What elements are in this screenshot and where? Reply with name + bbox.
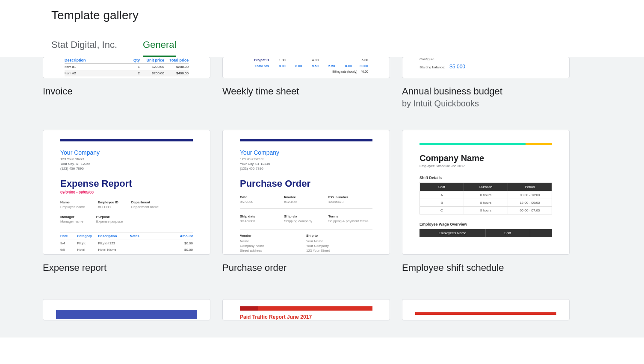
emp-company: Company Name: [419, 153, 552, 163]
ts-r1-v2: 4.00: [302, 58, 319, 62]
emp-tr2-1: 8 hours: [464, 207, 508, 214]
po-shipto-0: Your Name: [306, 239, 372, 244]
exp-tr1-2: Hotel Name: [98, 248, 130, 252]
emp-tr2-2: 00:00 - 07:00: [508, 207, 552, 214]
ts-r2-v2: 9.50: [302, 64, 319, 68]
card-title-invoice: Invoice: [43, 86, 210, 97]
po-f1-1-val: #123456: [284, 200, 328, 204]
ts-r1-v5: 5.00: [352, 58, 368, 62]
template-card-budget[interactable]: Configure Starting balance: $5,000 Annua…: [402, 57, 570, 109]
r3a-bar: [56, 310, 197, 319]
emp-tr1-0: B: [420, 199, 464, 206]
exp-th-4: Amount: [172, 234, 193, 238]
emp-th-0: Shift: [420, 183, 464, 191]
card-title-timesheet: Weekly time sheet: [222, 86, 390, 97]
inv-r2-c2: 2: [126, 71, 140, 75]
exp-tr0-3: [130, 241, 171, 245]
ts-r2-v5: 39.00: [352, 64, 368, 68]
inv-head-qty: Qty: [126, 58, 140, 62]
ts-r1-lbl: Project D: [244, 58, 269, 62]
po-shipto-lbl: Ship to: [306, 234, 372, 238]
po-bar: [240, 139, 372, 141]
po-f1-2-val: 12345678: [328, 200, 372, 204]
ts-r1-v4: [335, 58, 352, 62]
exp-th-1: Category: [77, 234, 98, 238]
exp-bar: [60, 139, 193, 141]
exp-f2-1-val: Expense purpose: [96, 220, 123, 223]
emp-sect2: Employee Wage Overview: [419, 222, 552, 226]
emp-tr0-2: 08:00 - 16:00: [508, 191, 552, 199]
emp-th-1: Duration: [464, 183, 508, 191]
template-card-invoice[interactable]: Description Qty Unit price Total price I…: [43, 57, 210, 109]
card-title-budget: Annual business budget: [402, 86, 570, 97]
ts-note-lbl: Billing rate (hourly): [332, 70, 357, 73]
emp-sub: Employee Schedule Jan 2017: [419, 164, 552, 168]
tab-general[interactable]: General: [143, 39, 176, 57]
template-card-timesheet[interactable]: Project D 1.00 4.00 5.00 Total hrs 8.00 …: [222, 57, 390, 109]
emp-tr1-2: 16:00 - 00:00: [508, 199, 552, 206]
po-vendor-3: City, State, Zip: [240, 253, 306, 255]
inv-r2-c1: Item #2: [65, 71, 126, 75]
exp-addr-1: Your City, ST 12345: [60, 161, 193, 166]
thumb-row3-c: [402, 299, 570, 320]
exp-tr1-3: [130, 248, 171, 252]
po-f1-2-lbl: P.O. number: [328, 195, 372, 199]
ts-r1-v3: [319, 58, 335, 62]
po-shipto-2: 123 Your Street: [306, 248, 372, 253]
emp-tr0-1: 8 hours: [464, 191, 508, 199]
thumb-purchase: Your Company 123 Your Street Your City, …: [222, 130, 390, 255]
template-card-purchase[interactable]: Your Company 123 Your Street Your City, …: [222, 130, 390, 273]
ts-r2-v3: 5.50: [319, 64, 335, 68]
inv-r1-c3: $200.00: [140, 65, 164, 69]
tabs: Stat Digital, Inc. General: [51, 39, 593, 57]
thumb-invoice: Description Qty Unit price Total price I…: [43, 57, 210, 78]
template-card-row3-b[interactable]: Paid Traffic Report June 2017: [222, 299, 390, 320]
page-title: Template gallery: [51, 9, 593, 22]
card-title-employee: Employee shift schedule: [402, 262, 570, 273]
inv-r1-c1: Item #1: [65, 65, 126, 69]
template-card-expense[interactable]: Your Company 123 Your Street Your City, …: [43, 130, 210, 273]
emp-th2-2: [530, 229, 552, 237]
tab-org[interactable]: Stat Digital, Inc.: [51, 39, 117, 57]
card-title-expense: Expense report: [43, 262, 210, 273]
po-vendor-2: Street address: [240, 248, 306, 253]
r3b-bar: [240, 306, 372, 311]
r3b-title: Paid Traffic Report June 2017: [240, 314, 372, 320]
thumb-expense: Your Company 123 Your Street Your City, …: [43, 130, 210, 255]
po-shipto-1: Your Company: [306, 244, 372, 248]
exp-f1-2-lbl: Department: [131, 200, 159, 204]
exp-doc-title: Expense Report: [60, 178, 193, 189]
po-addr-1: Your City, ST 12345: [240, 161, 372, 166]
exp-f1-0-val: Employee name: [60, 205, 85, 209]
template-card-employee[interactable]: Company Name Employee Schedule Jan 2017 …: [402, 130, 570, 273]
ts-r1-v1: [286, 58, 302, 62]
template-card-row3-c[interactable]: [402, 299, 570, 320]
thumb-row3-b: Paid Traffic Report June 2017: [222, 299, 390, 320]
exp-f2-0-lbl: Manager: [60, 215, 83, 219]
bud-line2-val: $5,000: [449, 64, 465, 70]
emp-tr1-1: 8 hours: [464, 199, 508, 206]
exp-tr0-4: $0.00: [172, 241, 193, 245]
inv-head-total: Total price: [164, 58, 189, 62]
exp-tr1-4: $0.00: [172, 248, 193, 252]
exp-tr0-2: Flight #123: [98, 241, 130, 245]
thumb-row3-a: [43, 299, 210, 320]
inv-head-unit: Unit price: [140, 58, 164, 62]
ts-r2-v1: 8.00: [286, 64, 302, 68]
thumb-timesheet: Project D 1.00 4.00 5.00 Total hrs 8.00 …: [222, 57, 390, 78]
template-card-row3-a[interactable]: [43, 299, 210, 320]
card-sub-budget: by Intuit Quickbooks: [402, 99, 570, 109]
exp-th-2: Description: [98, 234, 130, 238]
emp-bar: [419, 143, 552, 145]
emp-sect1: Shift Details: [419, 176, 552, 180]
exp-f1-1-val: #111111: [98, 205, 118, 209]
po-company: Your Company: [240, 149, 372, 156]
exp-tr0-1: Flight: [77, 241, 98, 245]
bud-line1: Configure: [419, 57, 552, 61]
inv-head-desc: Description: [65, 58, 126, 62]
exp-addr-0: 123 Your Street: [60, 157, 193, 161]
emp-th2-0: Employee's Name: [419, 229, 486, 237]
ts-r2-lbl: Total hrs: [244, 64, 269, 68]
card-title-purchase: Purchase order: [222, 262, 390, 273]
exp-tr0-0: 9/4: [60, 241, 77, 245]
